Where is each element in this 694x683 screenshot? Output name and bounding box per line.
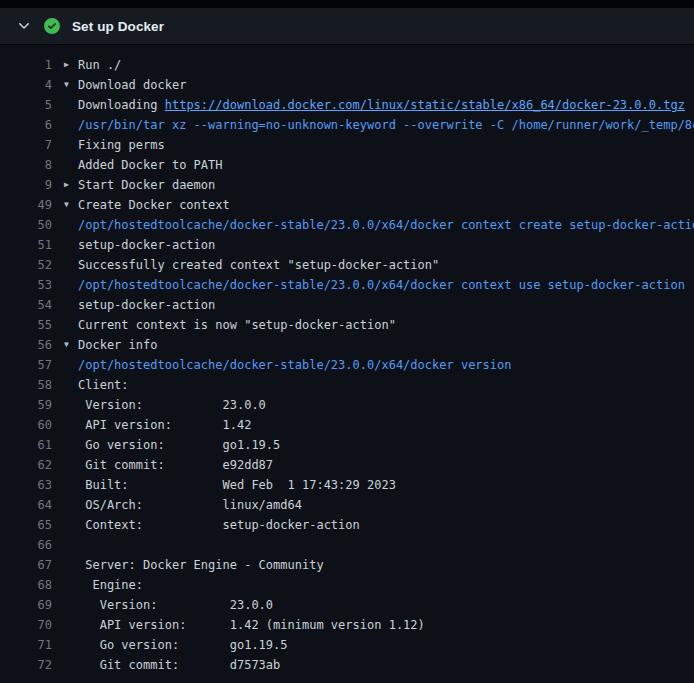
line-number[interactable]: 56	[0, 335, 52, 355]
group-arrow-spacer	[64, 415, 78, 435]
log-row: 69 Version: 23.0.0	[0, 595, 694, 615]
line-number[interactable]: 65	[0, 515, 52, 535]
log-text: Create Docker context	[78, 195, 230, 215]
line-number[interactable]: 4	[0, 75, 52, 95]
log-row: 70 API version: 1.42 (minimum version 1.…	[0, 615, 694, 635]
log-plain-text: Fixing perms	[78, 138, 165, 152]
log-text: /usr/bin/tar xz --warning=no-unknown-key…	[78, 115, 694, 135]
line-number[interactable]: 6	[0, 115, 52, 135]
line-number[interactable]: 67	[0, 555, 52, 575]
log-text: Docker info	[78, 335, 157, 355]
log-plain-text: setup-docker-action	[78, 238, 215, 252]
log-text: Fixing perms	[78, 135, 165, 155]
group-arrow-spacer	[64, 375, 78, 395]
line-number[interactable]: 5	[0, 95, 52, 115]
group-arrow-spacer	[64, 115, 78, 135]
group-arrow-spacer	[64, 95, 78, 115]
check-circle-icon	[44, 18, 60, 34]
line-number[interactable]: 57	[0, 355, 52, 375]
group-expanded-icon[interactable]: ▼	[64, 75, 78, 95]
log-plain-text: Built: Wed Feb 1 17:43:29 2023	[78, 478, 396, 492]
line-number[interactable]: 69	[0, 595, 52, 615]
log-row: 68 Engine:	[0, 575, 694, 595]
line-number[interactable]: 52	[0, 255, 52, 275]
line-number[interactable]: 9	[0, 175, 52, 195]
log-row: 5Downloading https://download.docker.com…	[0, 95, 694, 115]
log-text: Git commit: e92dd87	[78, 455, 273, 475]
line-number[interactable]: 53	[0, 275, 52, 295]
line-number[interactable]: 71	[0, 635, 52, 655]
log-plain-text: Added Docker to PATH	[78, 158, 223, 172]
line-number[interactable]: 49	[0, 195, 52, 215]
line-number[interactable]: 72	[0, 655, 52, 675]
group-collapsed-icon[interactable]: ▶	[64, 175, 78, 195]
group-arrow-spacer	[64, 235, 78, 255]
log-plain-text: Git commit: d7573ab	[78, 658, 280, 672]
log-plain-text: Start Docker daemon	[78, 178, 215, 192]
line-number[interactable]: 70	[0, 615, 52, 635]
line-number[interactable]: 50	[0, 215, 52, 235]
log-text: Downloading https://download.docker.com/…	[78, 95, 685, 115]
group-arrow-spacer	[64, 275, 78, 295]
log-row: 6/usr/bin/tar xz --warning=no-unknown-ke…	[0, 115, 694, 135]
line-number[interactable]: 66	[0, 535, 52, 555]
log-row: 53/opt/hostedtoolcache/docker-stable/23.…	[0, 275, 694, 295]
line-number[interactable]: 54	[0, 295, 52, 315]
group-expanded-icon[interactable]: ▼	[64, 335, 78, 355]
step-title: Set up Docker	[72, 19, 164, 34]
line-number[interactable]: 7	[0, 135, 52, 155]
group-arrow-spacer	[64, 515, 78, 535]
log-row: 4▼Download docker	[0, 75, 694, 95]
log-plain-text: API version: 1.42 (minimum version 1.12)	[78, 618, 425, 632]
group-arrow-spacer	[64, 495, 78, 515]
line-number[interactable]: 59	[0, 395, 52, 415]
group-arrow-spacer	[64, 575, 78, 595]
line-number[interactable]: 68	[0, 575, 52, 595]
line-number[interactable]: 1	[0, 55, 52, 75]
log-row: 67 Server: Docker Engine - Community	[0, 555, 694, 575]
log-text: API version: 1.42 (minimum version 1.12)	[78, 615, 425, 635]
line-number[interactable]: 64	[0, 495, 52, 515]
group-arrow-spacer	[64, 535, 78, 555]
log-plain-text: Engine:	[78, 578, 143, 592]
log-plain-text: Run ./	[78, 58, 121, 72]
chevron-down-icon[interactable]	[16, 18, 32, 34]
log-row: 62 Git commit: e92dd87	[0, 455, 694, 475]
log-text: Run ./	[78, 55, 121, 75]
group-expanded-icon[interactable]: ▼	[64, 195, 78, 215]
step-header[interactable]: Set up Docker	[0, 8, 694, 45]
log-row: 66	[0, 535, 694, 555]
log-row: 9▶Start Docker daemon	[0, 175, 694, 195]
log-plain-text: Version: 23.0.0	[78, 398, 266, 412]
log-text: Added Docker to PATH	[78, 155, 223, 175]
log-plain-text: setup-docker-action	[78, 298, 215, 312]
log-plain-text: OS/Arch: linux/amd64	[78, 498, 302, 512]
group-collapsed-icon[interactable]: ▶	[64, 55, 78, 75]
log-text: Engine:	[78, 575, 143, 595]
group-arrow-spacer	[64, 435, 78, 455]
group-arrow-spacer	[64, 355, 78, 375]
line-number[interactable]: 60	[0, 415, 52, 435]
log-text: Version: 23.0.0	[78, 595, 273, 615]
log-row: 56▼Docker info	[0, 335, 694, 355]
log-link[interactable]: https://download.docker.com/linux/static…	[165, 98, 685, 112]
log-text: /opt/hostedtoolcache/docker-stable/23.0.…	[78, 275, 685, 295]
log-row: 55Current context is now "setup-docker-a…	[0, 315, 694, 335]
line-number[interactable]: 8	[0, 155, 52, 175]
line-number[interactable]: 61	[0, 435, 52, 455]
log-text: setup-docker-action	[78, 295, 215, 315]
line-number[interactable]: 51	[0, 235, 52, 255]
log-row: 61 Go version: go1.19.5	[0, 435, 694, 455]
log-plain-text: Successfully created context "setup-dock…	[78, 258, 439, 272]
log-row: 54setup-docker-action	[0, 295, 694, 315]
line-number[interactable]: 63	[0, 475, 52, 495]
log-command-text: /usr/bin/tar xz --warning=no-unknown-key…	[78, 118, 694, 132]
log-plain-text: Go version: go1.19.5	[78, 438, 280, 452]
line-number[interactable]: 62	[0, 455, 52, 475]
log-row: 64 OS/Arch: linux/amd64	[0, 495, 694, 515]
group-arrow-spacer	[64, 395, 78, 415]
line-number[interactable]: 58	[0, 375, 52, 395]
log-row: 52Successfully created context "setup-do…	[0, 255, 694, 275]
log-plain-text: Download docker	[78, 78, 186, 92]
line-number[interactable]: 55	[0, 315, 52, 335]
